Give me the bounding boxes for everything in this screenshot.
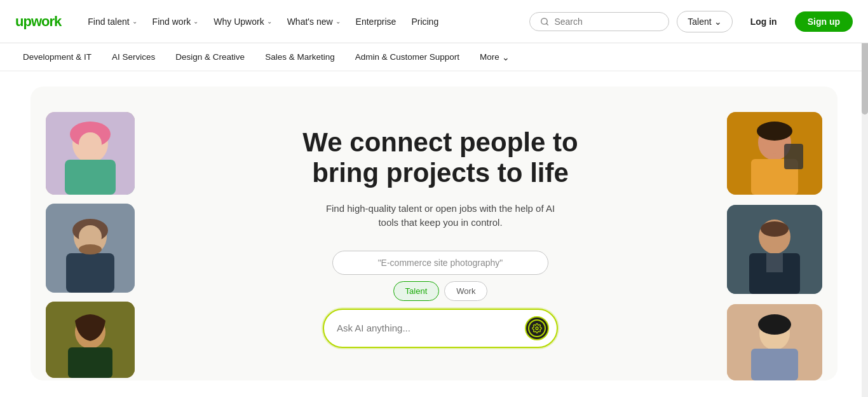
top-nav: upwork Find talent ⌄ Find work ⌄ Why Upw… (0, 0, 868, 43)
ai-submit-button[interactable] (525, 316, 549, 340)
chevron-down-icon: ⌄ (336, 18, 341, 25)
photo-braids-woman (46, 302, 135, 378)
svg-point-6 (79, 132, 102, 155)
svg-rect-5 (65, 160, 116, 195)
nav-whats-new[interactable]: What's new ⌄ (281, 11, 347, 32)
svg-point-35 (758, 314, 791, 335)
photo-tablet-woman (727, 112, 822, 195)
chevron-down-icon: ⌄ (502, 52, 510, 62)
svg-rect-10 (66, 253, 114, 293)
talent-dropdown[interactable]: Talent ⌄ (677, 11, 732, 32)
filter-row: Talent Work (393, 281, 488, 301)
filter-talent[interactable]: Talent (393, 281, 440, 301)
secondary-nav: Development & IT AI Services Design & Cr… (0, 43, 868, 71)
svg-point-30 (761, 221, 789, 237)
photo-suit-man (727, 205, 822, 294)
hero-card: We connect people to bring projects to l… (31, 87, 837, 380)
nav-enterprise[interactable]: Enterprise (349, 11, 403, 32)
nav-right: Talent ⌄ Log in Sign up (529, 11, 853, 32)
photo-asian-woman (727, 304, 822, 380)
sec-nav-admin-support[interactable]: Admin & Customer Support (348, 47, 467, 67)
hero-center: We connect people to bring projects to l… (160, 107, 721, 368)
search-bar[interactable] (529, 12, 669, 31)
chevron-down-icon: ⌄ (714, 17, 722, 27)
photo-bearded-man (46, 204, 135, 293)
sec-nav-sales-marketing[interactable]: Sales & Marketing (257, 47, 342, 67)
nav-links: Find talent ⌄ Find work ⌄ Why Upwork ⌄ W… (81, 11, 529, 32)
right-photo-collage (721, 107, 822, 380)
svg-rect-23 (784, 144, 803, 169)
nav-pricing[interactable]: Pricing (405, 11, 445, 32)
hero-subtitle: Find high-quality talent or open jobs wi… (320, 202, 561, 230)
chevron-down-icon: ⌄ (267, 18, 272, 25)
sec-nav-design-creative[interactable]: Design & Creative (168, 47, 252, 67)
scrollbar[interactable] (862, 0, 868, 380)
svg-rect-29 (766, 253, 783, 272)
ai-gear-icon (528, 319, 546, 337)
nav-find-talent[interactable]: Find talent ⌄ (81, 11, 143, 32)
svg-rect-17 (68, 347, 112, 378)
nav-find-work[interactable]: Find work ⌄ (146, 11, 205, 32)
upwork-logo[interactable]: upwork (15, 13, 61, 30)
photo-pink-hair (46, 112, 135, 195)
sec-nav-more[interactable]: More ⌄ (472, 47, 517, 67)
left-photo-collage (46, 107, 160, 378)
svg-point-24 (757, 122, 792, 141)
nav-why-upwork[interactable]: Why Upwork ⌄ (207, 11, 278, 32)
login-button[interactable]: Log in (740, 11, 787, 32)
sec-nav-ai-services[interactable]: AI Services (104, 47, 163, 67)
svg-point-18 (536, 327, 538, 330)
search-icon (540, 17, 549, 27)
ai-search-input[interactable] (337, 323, 520, 333)
hero-section: We connect people to bring projects to l… (0, 71, 868, 380)
svg-point-12 (79, 244, 102, 254)
signup-button[interactable]: Sign up (795, 11, 853, 32)
ai-search-bar[interactable] (323, 309, 558, 348)
hero-title: We connect people to bring projects to l… (275, 127, 606, 189)
sec-nav-dev-it[interactable]: Development & IT (15, 47, 99, 67)
chevron-down-icon: ⌄ (193, 18, 198, 25)
scrollbar-thumb[interactable] (862, 38, 868, 115)
svg-rect-34 (751, 349, 798, 380)
filter-work[interactable]: Work (444, 281, 487, 301)
svg-line-1 (546, 23, 548, 25)
search-example-text[interactable]: "E-commerce site photography" (332, 251, 548, 275)
search-input[interactable] (554, 17, 658, 27)
chevron-down-icon: ⌄ (132, 18, 137, 25)
